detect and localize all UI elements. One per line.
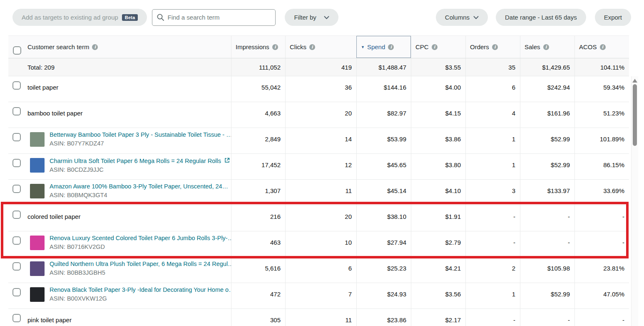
date-range-label: Date range - Last 65 days (505, 14, 577, 21)
sales-cell: $133.97 (520, 180, 574, 205)
table-row: Quilted Northern Ultra Plush Toilet Pape… (8, 257, 629, 283)
add-targets-button[interactable]: Add as targets to existing ad group Beta (12, 9, 147, 26)
toolbar: Add as targets to existing ad group Beta… (0, 0, 644, 26)
clicks-cell: 20 (285, 206, 356, 231)
beta-badge: Beta (122, 14, 138, 21)
sales-cell: $52.99 (520, 154, 574, 179)
search-terms-table: Customer search term i Impressions i Cli… (8, 35, 629, 326)
impressions-cell: 463 (231, 231, 285, 257)
table-row: Charmin Ultra Soft Toilet Paper 6 Mega R… (8, 154, 629, 180)
clicks-cell: 12 (285, 154, 356, 179)
row-checkbox[interactable] (12, 211, 21, 219)
impressions-cell: 472 (231, 283, 285, 308)
info-icon[interactable]: i (388, 44, 394, 50)
cpc-cell: $4.00 (411, 76, 465, 102)
orders-cell: - (465, 206, 520, 231)
orders-cell: 1 (465, 154, 520, 179)
sales-cell: $105.98 (520, 257, 574, 283)
sales-cell: - (520, 206, 574, 231)
orders-cell: 4 (465, 102, 520, 128)
product-thumbnail (30, 236, 45, 250)
product-thumbnail (30, 287, 45, 302)
table-row: bamboo toilet paper 4,663 20 $82.97 $4.1… (8, 102, 629, 128)
vertical-scrollbar[interactable] (631, 76, 638, 326)
spend-cell: $45.65 (356, 154, 411, 179)
chevron-down-icon (473, 14, 479, 21)
row-checkbox[interactable] (12, 262, 21, 271)
impressions-cell: 216 (231, 206, 285, 231)
add-targets-label: Add as targets to existing ad group (22, 14, 118, 21)
product-asin: ASIN: B0CDZJ9JJC (50, 166, 227, 173)
spend-cell: $38.10 (356, 206, 411, 231)
scrollbar-thumb[interactable] (633, 84, 637, 146)
select-all-checkbox[interactable] (13, 46, 21, 55)
row-checkbox[interactable] (12, 288, 21, 296)
column-header-sales[interactable]: Sales i (520, 36, 574, 58)
spend-cell: $23.86 (356, 309, 411, 326)
row-checkbox[interactable] (12, 185, 21, 193)
select-all-cell (8, 36, 25, 58)
total-row: Total: 209 111,052 419 $1,488.47 $3.55 3… (8, 58, 629, 76)
table-row: toilet paper 55,042 36 $144.16 $4.00 6 $… (8, 76, 629, 102)
row-checkbox[interactable] (12, 81, 21, 90)
row-checkbox[interactable] (12, 236, 21, 245)
search-term-link[interactable]: Charmin Ultra Soft Toilet Paper 6 Mega R… (50, 158, 221, 164)
export-label: Export (604, 14, 622, 21)
filter-by-label: Filter by (294, 14, 316, 21)
search-term-link[interactable]: Quilted Northern Ultra Plush Toilet Pape… (50, 261, 231, 267)
scroll-up-icon[interactable] (632, 79, 637, 83)
spend-cell: $24.93 (356, 283, 411, 308)
column-header-orders[interactable]: Orders i (465, 36, 520, 58)
table-row: Renova Black Toilet Paper 3-Ply -Ideal f… (8, 283, 629, 309)
column-header-spend[interactable]: ▼ Spend i (356, 36, 411, 58)
info-icon[interactable]: i (272, 44, 278, 50)
cpc-cell: $3.86 (411, 128, 465, 153)
table-body: toilet paper 55,042 36 $144.16 $4.00 6 $… (8, 76, 629, 326)
acos-cell: 23.81% (574, 257, 629, 283)
info-icon[interactable]: i (492, 44, 498, 50)
row-checkbox[interactable] (12, 159, 21, 167)
clicks-cell: 36 (285, 76, 356, 102)
product-thumbnail (30, 184, 45, 198)
clicks-cell: 11 (285, 309, 356, 326)
sales-cell: $52.99 (520, 283, 574, 308)
search-term-link[interactable]: Renova Black Toilet Paper 3-Ply -Ideal f… (50, 286, 231, 293)
orders-cell: 2 (465, 257, 520, 283)
search-term-link[interactable]: Renova Luxury Scented Colored Toilet Pap… (50, 235, 231, 241)
total-label: Total: 209 (25, 58, 231, 76)
info-icon[interactable]: i (309, 44, 315, 50)
acos-cell: - (574, 231, 629, 257)
cpc-cell: $2.17 (411, 309, 465, 326)
column-header-cpc[interactable]: CPC i (411, 36, 465, 58)
acos-cell: - (574, 206, 629, 231)
info-icon[interactable]: i (92, 44, 98, 50)
info-icon[interactable]: i (543, 44, 549, 50)
filter-by-button[interactable]: Filter by (285, 9, 338, 26)
search-term-link[interactable]: Amazon Aware 100% Bamboo 3-Ply Toilet Pa… (50, 183, 228, 190)
orders-cell: 1 (465, 128, 520, 153)
product-asin: ASIN: B0716KV2GD (50, 243, 227, 250)
column-header-customer-search-term[interactable]: Customer search term i (25, 36, 231, 58)
columns-button[interactable]: Columns (436, 9, 488, 26)
date-range-button[interactable]: Date range - Last 65 days (496, 9, 586, 26)
search-input[interactable] (152, 9, 276, 26)
table-header: Customer search term i Impressions i Cli… (8, 35, 629, 58)
sort-desc-icon: ▼ (361, 45, 365, 49)
search-term-link[interactable]: Betterway Bamboo Toilet Paper 3 Ply - Su… (50, 131, 231, 138)
column-header-clicks[interactable]: Clicks i (285, 36, 356, 58)
impressions-cell: 55,042 (231, 76, 285, 102)
row-checkbox[interactable] (12, 107, 21, 115)
cpc-cell: $4.21 (411, 257, 465, 283)
acos-cell: 86.15% (574, 154, 629, 179)
product-asin: ASIN: B00XVKW12G (50, 295, 227, 302)
row-checkbox[interactable] (12, 314, 21, 322)
info-icon[interactable]: i (432, 44, 438, 50)
acos-cell: 51.23% (574, 102, 629, 128)
column-header-impressions[interactable]: Impressions i (231, 36, 285, 58)
search-icon (157, 13, 164, 23)
column-header-acos[interactable]: ACOS i (574, 36, 629, 58)
product-asin: ASIN: B0BB3JGBH5 (50, 269, 227, 276)
export-button[interactable]: Export (595, 9, 631, 26)
info-icon[interactable]: i (600, 44, 606, 50)
row-checkbox[interactable] (12, 133, 21, 141)
